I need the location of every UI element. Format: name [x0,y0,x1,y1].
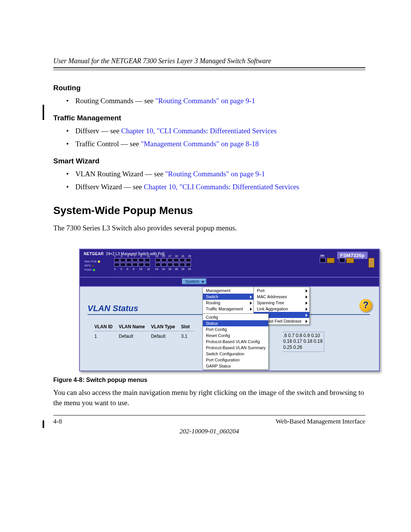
led-dot-icon [93,269,95,271]
ethernet-port-icon[interactable] [161,258,167,262]
port-number: 6 [127,268,128,270]
ethernet-port-icon[interactable] [155,263,161,267]
port-number: 16 [162,268,165,270]
xref-link[interactable]: "Management Commands" on page 8-18 [141,140,259,148]
change-bar [43,105,44,120]
menu-item-traffic-management[interactable]: Traffic Management [203,306,254,312]
help-icon[interactable]: ? [359,299,372,312]
col-slot: Slot [181,324,195,331]
gbic-slot-26[interactable]: 26 [339,258,354,263]
port-number: 5 [127,255,129,257]
led-dot-icon [92,265,94,267]
port-number: 10 [139,268,142,270]
ethernet-port-icon[interactable] [167,263,173,267]
partial-port-list: .6 0.7 0.8 0.9 0.10 0.16 0.17 0.18 0.19 … [282,332,324,352]
list-text: Routing Commands — see [75,97,155,105]
ethernet-port-icon[interactable] [161,263,167,267]
gbic-port-icon [339,258,345,263]
ethernet-port-icon[interactable] [180,258,185,262]
ethernet-port-icon[interactable] [167,258,173,262]
system-menu-button[interactable]: System [182,278,207,284]
ethernet-port-icon[interactable] [139,258,144,262]
menu-item-mac-addresses[interactable]: MAC Addresses [254,294,309,300]
menu-item-port[interactable]: Port [254,288,309,294]
ethernet-port-icon[interactable] [114,263,119,267]
console-port-icon [368,258,374,268]
gbic-slot-25[interactable]: 25 [320,258,335,263]
menu-item-switch[interactable]: Switch [203,294,254,300]
port-number: 22 [182,268,185,270]
gbic-module-icon [346,258,354,263]
switch-front-panel[interactable]: NETGEAR 24+2 L3 Managed Switch with PoE … [79,249,380,278]
ethernet-port-icon[interactable] [186,263,191,267]
port-group-13-24: 13 15 17 19 21 23 14 16 [155,255,191,270]
port-number: 9 [140,255,142,257]
menu-item-status[interactable]: Status [203,320,268,326]
ethernet-port-icon[interactable] [132,258,138,262]
port-number: 7 [134,255,135,257]
header-rule-thin [53,70,365,70]
list-text: Diffserv — see [75,127,121,135]
body-paragraph: The 7300 Series L3 Switch also provides … [53,223,365,233]
gbic-module-icon [327,258,335,263]
ethernet-port-icon[interactable] [145,258,150,262]
footer-rule [53,415,365,415]
list-item: Traffic Control — see "Management Comman… [75,138,365,149]
port-bank: 1 3 5 7 9 11 2 4 [114,255,191,270]
page-title-vlan-status: VLAN Status [88,304,138,313]
port-number: 8 [133,268,134,270]
menu-item-switch-configuration[interactable]: Switch Configuration [203,351,268,357]
ethernet-port-icon[interactable] [120,263,126,267]
menu-item-link-aggregation[interactable]: Link Aggregation [254,306,309,312]
ethernet-port-icon[interactable] [145,263,150,267]
list-text: VLAN Routing Wizard — see [75,170,165,178]
col-vlan-name: VLAN Name [119,324,150,331]
ethernet-port-icon[interactable] [174,258,179,262]
menu-item-protocol-vlan-config[interactable]: Protocol-Based VLAN Config [203,339,268,345]
cell-vlan-type: Default [151,332,180,339]
menu-item-port-configuration[interactable]: Port Configuration [203,357,268,363]
list-item: Diffserv Wizard — see Chapter 10, "CLI C… [75,181,365,192]
figure-switch-popup-menus: NETGEAR 24+2 L3 Managed Switch with PoE … [79,249,380,371]
port-number: 2 [114,268,116,270]
list-item: Routing Commands — see "Routing Commands… [75,95,365,106]
menu-item-garp-status[interactable]: GARP Status [203,363,268,369]
xref-link[interactable]: Chapter 10, "CLI Commands: Differentiate… [121,127,276,135]
ethernet-port-icon[interactable] [155,258,161,262]
xref-link[interactable]: "Routing Commands" on page 9-1 [155,97,255,105]
ethernet-port-icon[interactable] [180,263,185,267]
menu-item-protocol-vlan-summary[interactable]: Protocol-Based VLAN Summary [203,345,268,351]
xref-link[interactable]: Chapter 10, "CLI Commands: Differentiate… [144,183,299,191]
menu-item-spanning-tree[interactable]: Spanning Tree [254,300,309,306]
menu-item-config[interactable]: Config [203,314,268,320]
menu-item-routing[interactable]: Routing [203,300,254,306]
header-rule-thick [53,67,365,68]
port-list-line: 0.25 0.26 [283,345,322,351]
ethernet-port-icon[interactable] [174,263,179,267]
port-number: 11 [147,255,150,257]
vlan-status-table: VLAN ID VLAN Name VLAN Type Slot 1 Defau… [94,323,196,340]
ethernet-port-icon[interactable] [139,263,144,267]
led-label-pwr: PWR [84,268,92,272]
manual-page: User Manual for the NETGEAR 7300 Series … [0,0,411,532]
col-vlan-type: VLAN Type [151,324,180,331]
port-group-1-12: 1 3 5 7 9 11 2 4 [114,255,150,270]
menu-item-management[interactable]: Management [203,288,254,294]
ethernet-port-icon[interactable] [126,258,132,262]
port-number: 14 [155,268,158,270]
list-item: Diffserv — see Chapter 10, "CLI Commands… [75,125,365,136]
xref-link[interactable]: "Routing Commands" on page 9-1 [165,170,265,178]
port-number: 12 [147,268,150,270]
ethernet-port-icon[interactable] [132,263,138,267]
smart-wizard-list: VLAN Routing Wizard — see "Routing Comma… [53,168,365,192]
content-area: VLAN Status ? VLAN ID VLAN Name VLAN Typ… [79,287,380,371]
ethernet-port-icon[interactable] [120,258,126,262]
ethernet-port-icon[interactable] [186,258,191,262]
footer-row: 4-8 Web-Based Management Interface [53,418,365,425]
toolbar: System [79,278,380,287]
menu-item-reset-config[interactable]: Reset Config [203,332,268,339]
ethernet-port-icon[interactable] [126,263,132,267]
menu-item-port-config[interactable]: Port Config [203,326,268,332]
ethernet-port-icon[interactable] [114,258,119,262]
vlan-submenu[interactable]: Config Status Port Config Reset Config P… [202,313,269,370]
